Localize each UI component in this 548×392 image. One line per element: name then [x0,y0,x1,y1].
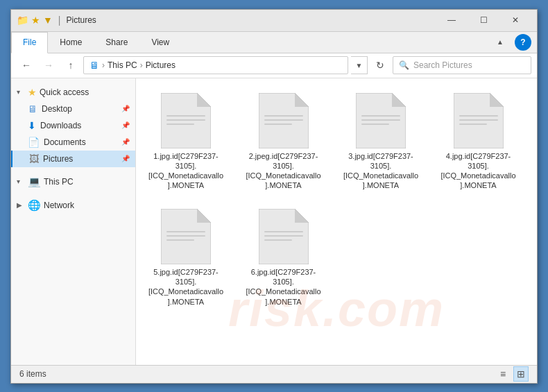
network-section: ▶ 🌐 Network [11,194,135,217]
this-pc-label: This PC [44,177,74,187]
file-item[interactable]: 2.jpeg.id[C279F237-3105].[ICQ_Monetadica… [242,87,325,197]
sidebar-item-downloads[interactable]: ⬇ Downloads 📌 [11,117,135,134]
star-icon: ★ [28,87,37,98]
search-icon: 🔍 [399,60,409,70]
this-pc-chevron: ▾ [17,178,25,185]
document-icon: 📄 [28,137,40,148]
file-icon-wrapper [161,209,211,264]
up-button[interactable]: ↑ [61,56,80,75]
svg-marker-26 [295,209,309,223]
pin-icon4: 📌 [121,155,130,162]
main-content: ▾ ★ Quick access 🖥 Desktop 📌 ⬇ Downloads… [11,78,537,365]
sidebar-item-desktop[interactable]: 🖥 Desktop 📌 [11,101,135,117]
svg-marker-21 [197,209,211,223]
svg-rect-9 [264,123,292,125]
file-icon-svg [161,209,211,264]
folder-icon: 📁 [17,15,28,26]
tab-share[interactable]: Share [94,32,139,53]
explorer-window: 📁 ★ ▼ | Pictures — ☐ ✕ File Home Share V… [10,9,538,384]
file-item[interactable]: 6.jpg.id[C279F237-3105].[ICQ_Monetadicav… [242,203,325,313]
down-arrow-icon: ▼ [43,15,53,26]
file-icon-svg [161,93,211,148]
icon-view-button[interactable]: ⊞ [513,366,529,382]
svg-rect-13 [361,119,400,121]
svg-rect-14 [361,123,389,125]
network-header[interactable]: ▶ 🌐 Network [11,196,135,214]
file-item[interactable]: 4.jpg.id[C279F237-3105].[ICQ_Monetadicav… [437,87,520,197]
close-button[interactable]: ✕ [499,9,531,31]
quick-access-header[interactable]: ▾ ★ Quick access [11,84,135,101]
network-icon: 🌐 [28,199,41,212]
this-pc-header[interactable]: ▾ 💻 This PC [11,173,135,191]
svg-rect-23 [166,235,205,237]
list-view-button[interactable]: ≡ [495,366,511,382]
tab-file[interactable]: File [11,32,48,53]
sidebar-item-documents[interactable]: 📄 Documents 📌 [11,134,135,151]
file-area: risk.com 1.jpg.id[C279F237-3105].[ICQ_Mo… [136,78,537,365]
tab-home[interactable]: Home [48,32,94,53]
minimize-button[interactable]: — [436,9,468,31]
ribbon-spacer [181,32,491,53]
files-grid: 1.jpg.id[C279F237-3105].[ICQ_Monetadicav… [142,84,531,316]
address-path[interactable]: 🖥 › This PC › Pictures [83,56,348,74]
refresh-button[interactable]: ↻ [370,56,390,75]
quick-access-section: ▾ ★ Quick access 🖥 Desktop 📌 ⬇ Downloads… [11,81,135,170]
file-icon-svg [356,93,406,148]
star-icon: ★ [31,15,40,26]
separator: | [58,15,61,26]
address-dropdown[interactable]: ▼ [351,56,368,74]
address-bar: ← → ↑ 🖥 › This PC › Pictures ▼ ↻ 🔍 Searc… [11,53,537,78]
sidebar-desktop-label: Desktop [42,104,72,114]
file-icon-wrapper [259,209,309,264]
title-bar: 📁 ★ ▼ | Pictures — ☐ ✕ [11,10,537,32]
ribbon-collapse[interactable]: ▲ [491,32,509,53]
svg-rect-18 [459,119,498,121]
svg-rect-24 [166,239,194,241]
sidebar-downloads-label: Downloads [40,121,81,130]
picture-icon: 🖼 [29,153,39,164]
network-label: Network [44,201,74,210]
path-sep1: › [102,60,105,70]
search-box[interactable]: 🔍 Search Pictures [393,56,531,74]
title-bar-controls: — ☐ ✕ [436,9,531,31]
search-placeholder: Search Pictures [413,60,472,70]
file-icon-svg [259,93,309,148]
file-item[interactable]: 3.jpg.id[C279F237-3105].[ICQ_Monetadicav… [339,87,422,197]
file-name: 6.jpg.id[C279F237-3105].[ICQ_Monetadicav… [246,267,322,307]
svg-marker-6 [295,93,309,107]
svg-marker-1 [197,93,211,107]
help-button[interactable]: ? [515,34,531,51]
window-title: Pictures [67,15,436,25]
download-icon: ⬇ [28,120,36,131]
tab-view[interactable]: View [139,32,181,53]
file-icon-wrapper [356,93,406,148]
chevron-up-icon: ▲ [497,38,504,46]
sidebar-item-pictures[interactable]: 🖼 Pictures 📌 [11,151,135,167]
path-this-pc: This PC [108,60,137,70]
pin-icon3: 📌 [121,138,130,146]
file-icon-wrapper [161,93,211,148]
sidebar: ▾ ★ Quick access 🖥 Desktop 📌 ⬇ Downloads… [11,78,136,365]
sidebar-documents-label: Documents [44,137,86,147]
file-name: 2.jpeg.id[C279F237-3105].[ICQ_Monetadica… [246,151,322,191]
pc-small-icon: 🖥 [89,60,99,71]
desktop-icon: 🖥 [28,103,37,114]
file-item[interactable]: 5.jpg.id[C279F237-3105].[ICQ_Monetadicav… [144,203,228,313]
view-controls: ≡ ⊞ [495,366,529,382]
forward-button[interactable]: → [39,56,58,75]
file-name: 4.jpg.id[C279F237-3105].[ICQ_Monetadicav… [440,151,517,191]
svg-marker-16 [490,93,504,107]
ribbon-tabs: File Home Share View ▲ ? [11,32,537,53]
ribbon-help: ? [509,32,537,53]
back-button[interactable]: ← [17,56,36,75]
svg-rect-7 [264,115,303,117]
file-item[interactable]: 1.jpg.id[C279F237-3105].[ICQ_Monetadicav… [144,87,228,197]
svg-rect-28 [264,235,303,237]
svg-rect-17 [459,115,498,117]
path-sep2: › [140,60,143,70]
svg-rect-29 [264,239,292,241]
status-bar: 6 items ≡ ⊞ [11,365,537,383]
maximize-button[interactable]: ☐ [468,9,499,31]
svg-rect-22 [166,231,205,232]
quick-access-chevron: ▾ [17,88,25,96]
